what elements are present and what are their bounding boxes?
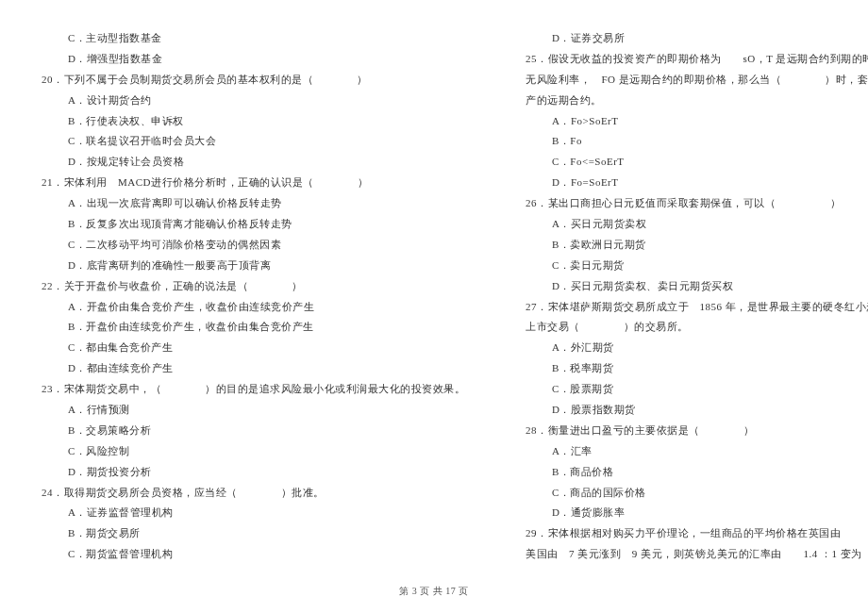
option: D．按规定转让会员资格 xyxy=(38,152,465,172)
option: D．证券交易所 xyxy=(522,28,868,48)
question-20: 20．下列不属于会员制期货交易所会员的基本权利的是（ ） xyxy=(38,70,465,90)
option: A．行情预测 xyxy=(38,400,465,420)
question-29: 29．宋体根据相对购买力平价理论，一组商品的平均价格在英国由 5 英镑涨到 6 … xyxy=(522,523,868,543)
option: D．Fo=SoErT xyxy=(522,173,868,192)
question-24: 24．取得期货交易所会员资格，应当经（ ）批准。 xyxy=(38,483,465,503)
option: C．股票期货 xyxy=(522,379,868,399)
option: B．Fo xyxy=(522,131,868,151)
option: C．联名提议召开临时会员大会 xyxy=(38,131,465,151)
option: B．开盘价由连续竞价产生，收盘价由集合竞价产生 xyxy=(38,317,465,337)
right-column: D．证券交易所 25．假设无收益的投资资产的即期价格为 sO，T 是远期合约到期… xyxy=(522,28,868,565)
page-footer: 第 3 页 共 17 页 xyxy=(38,582,830,600)
option: C．Fo<=SoErT xyxy=(522,152,868,172)
question-23: 23．宋体期货交易中，（ ）的目的是追求风险最小化或利润最大化的投资效果。 xyxy=(38,379,465,399)
question-21: 21．宋体利用 MACD进行价格分析时，正确的认识是（ ） xyxy=(38,173,465,192)
option: C．都由集合竞价产生 xyxy=(38,338,465,357)
exam-page: C．主动型指数基金 D．增强型指数基金 20．下列不属于会员制期货交易所会员的基… xyxy=(38,28,830,565)
option: D．都由连续竞价产生 xyxy=(38,358,465,378)
option: A．买日元期货卖权 xyxy=(522,214,868,234)
question-22: 22．关于开盘价与收盘价，正确的说法是（ ） xyxy=(38,276,465,296)
question-27: 27．宋体堪萨斯期货交易所成立于 1856 年，是世界最主要的硬冬红小麦交易所之… xyxy=(522,297,868,317)
option: C．卖日元期货 xyxy=(522,256,868,275)
option: D．股票指数期货 xyxy=(522,400,868,420)
option: B．期货交易所 xyxy=(38,523,465,543)
option: A．设计期货合约 xyxy=(38,91,465,110)
option: C．商品的国际价格 xyxy=(522,483,868,503)
option: B．行使表决权、申诉权 xyxy=(38,111,465,131)
option: C．风险控制 xyxy=(38,441,465,461)
option: D．通货膨胀率 xyxy=(522,503,868,522)
option: C．期货监督管理机构 xyxy=(38,544,465,564)
option: B．税率期货 xyxy=(522,358,868,378)
option: D．买日元期货卖权、卖日元期货买权 xyxy=(522,276,868,296)
option: D．期货投资分析 xyxy=(38,462,465,482)
option: B．商品价格 xyxy=(522,462,868,482)
question-26: 26．某出口商担心日元贬值而采取套期保值，可以（ ） xyxy=(522,193,868,213)
question-27-cont: 上市交易（ ）的交易所。 xyxy=(522,317,868,337)
question-29-cont: 美国由 7 美元涨到 9 美元，则英镑兑美元的汇率由 1.4 ：1 变为（ ） xyxy=(522,544,868,564)
option: A．证券监督管理机构 xyxy=(38,503,465,522)
option: A．出现一次底背离即可以确认价格反转走势 xyxy=(38,193,465,213)
option: A．Fo>SoErT xyxy=(522,111,868,131)
option: B．交易策略分析 xyxy=(38,421,465,440)
question-25: 25．假设无收益的投资资产的即期价格为 sO，T 是远期合约到期的时间， r 是… xyxy=(522,49,868,69)
option: B．卖欧洲日元期货 xyxy=(522,235,868,255)
option: A．开盘价由集合竞价产生，收盘价由连续竞价产生 xyxy=(38,297,465,317)
option: A．外汇期货 xyxy=(522,338,868,357)
option: D．底背离研判的准确性一般要高于顶背离 xyxy=(38,256,465,275)
option: A．汇率 xyxy=(522,441,868,461)
option: C．主动型指数基金 xyxy=(38,28,465,48)
left-column: C．主动型指数基金 D．增强型指数基金 20．下列不属于会员制期货交易所会员的基… xyxy=(38,28,465,565)
question-25-cont: 无风险利率， FO 是远期合约的即期价格，那么当（ ）时，套利者可以买入资产同时… xyxy=(522,70,868,90)
question-25-cont: 产的远期合约。 xyxy=(522,91,868,110)
option: C．二次移动平均可消除价格变动的偶然因素 xyxy=(38,235,465,255)
option: D．增强型指数基金 xyxy=(38,49,465,69)
question-28: 28．衡量进出口盈亏的主要依据是（ ） xyxy=(522,421,868,440)
option: B．反复多次出现顶背离才能确认价格反转走势 xyxy=(38,214,465,234)
